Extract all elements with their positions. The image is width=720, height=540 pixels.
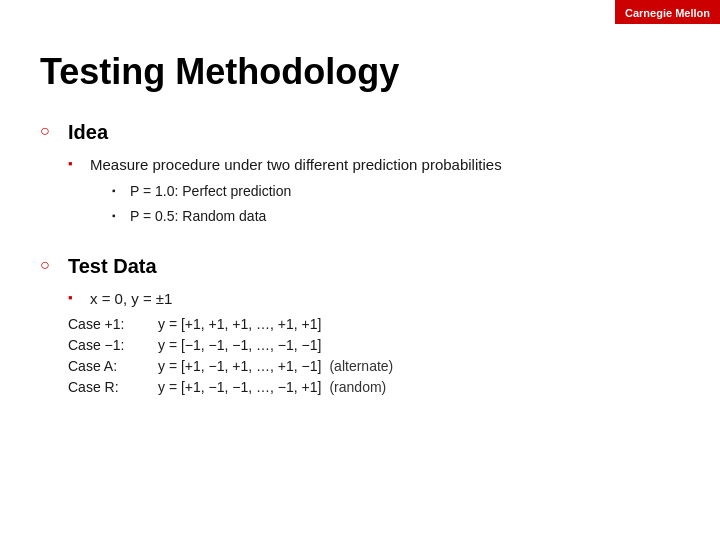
case-value-plus1: y = [+1, +1, +1, …, +1, +1] xyxy=(158,316,321,332)
case-row-r: Case R: y = [+1, −1, −1, …, −1, +1] (ran… xyxy=(68,379,680,395)
idea-sub-sub-bullets: ▪ P = 1.0: Perfect prediction ▪ P = 0.5:… xyxy=(112,181,502,227)
small-square-icon-2: ▪ xyxy=(112,210,122,221)
idea-subbullets: ▪ Measure procedure under two different … xyxy=(68,154,680,231)
testdata-bullet-1-text: x = 0, y = ±1 xyxy=(90,288,172,311)
section-testdata-heading: Test Data xyxy=(68,255,157,278)
idea-bullet-1: ▪ Measure procedure under two different … xyxy=(68,154,680,231)
section-idea-heading: Idea xyxy=(68,121,108,144)
section-testdata-header: ○ Test Data xyxy=(40,255,680,278)
slide-title: Testing Methodology xyxy=(40,50,680,93)
case-value-a: y = [+1, −1, +1, …, +1, −1] xyxy=(158,358,321,374)
square-icon-1: ▪ xyxy=(68,156,80,171)
idea-sub-bullet-2: ▪ P = 0.5: Random data xyxy=(112,206,502,227)
case-value-minus1: y = [−1, −1, −1, …, −1, −1] xyxy=(158,337,321,353)
section-idea-header: ○ Idea xyxy=(40,121,680,144)
case-note-a: (alternate) xyxy=(329,358,393,374)
case-label-a: Case A: xyxy=(68,358,158,374)
section-idea: ○ Idea ▪ Measure procedure under two dif… xyxy=(40,121,680,231)
idea-bullet-1-text: Measure procedure under two different pr… xyxy=(90,156,502,173)
testdata-bullet-1: ▪ x = 0, y = ±1 xyxy=(68,288,680,311)
cases-table: Case +1: y = [+1, +1, +1, …, +1, +1] Cas… xyxy=(68,316,680,395)
case-label-plus1: Case +1: xyxy=(68,316,158,332)
small-square-icon-1: ▪ xyxy=(112,185,122,196)
case-label-minus1: Case −1: xyxy=(68,337,158,353)
case-label-r: Case R: xyxy=(68,379,158,395)
idea-sub-bullet-1: ▪ P = 1.0: Perfect prediction xyxy=(112,181,502,202)
case-row-plus1: Case +1: y = [+1, +1, +1, …, +1, +1] xyxy=(68,316,680,332)
case-row-a: Case A: y = [+1, −1, +1, …, +1, −1] (alt… xyxy=(68,358,680,374)
idea-sub-bullet-1-text: P = 1.0: Perfect prediction xyxy=(130,181,291,202)
square-icon-testdata: ▪ xyxy=(68,290,80,305)
circle-icon-testdata: ○ xyxy=(40,256,56,274)
case-note-r: (random) xyxy=(329,379,386,395)
slide-content: Testing Methodology ○ Idea ▪ Measure pro… xyxy=(0,20,720,439)
brand-label: Carnegie Mellon xyxy=(625,7,710,19)
circle-icon-idea: ○ xyxy=(40,122,56,140)
testdata-subbullets: ▪ x = 0, y = ±1 xyxy=(68,288,680,311)
section-test-data: ○ Test Data ▪ x = 0, y = ±1 Case +1: y =… xyxy=(40,255,680,396)
case-value-r: y = [+1, −1, −1, …, −1, +1] xyxy=(158,379,321,395)
header-bar: Carnegie Mellon xyxy=(615,0,720,24)
case-row-minus1: Case −1: y = [−1, −1, −1, …, −1, −1] xyxy=(68,337,680,353)
idea-sub-bullet-2-text: P = 0.5: Random data xyxy=(130,206,266,227)
